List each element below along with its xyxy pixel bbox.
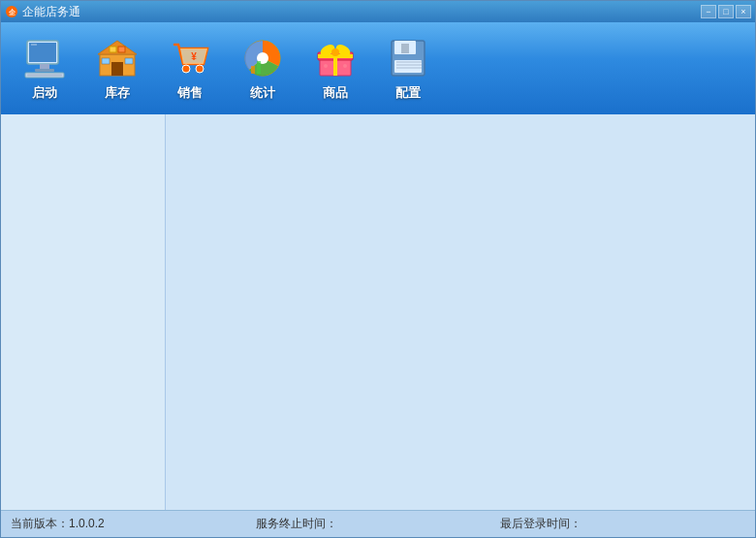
svg-rect-15	[118, 47, 125, 52]
warehouse-icon	[95, 36, 140, 80]
right-panel	[166, 114, 755, 510]
svg-rect-34	[401, 44, 409, 53]
svg-point-17	[196, 65, 204, 73]
config-label: 配置	[395, 84, 421, 102]
left-panel	[1, 114, 166, 510]
inventory-label: 库存	[105, 84, 130, 102]
toolbar-start-button[interactable]: 启动	[11, 30, 79, 108]
chart-icon	[240, 36, 285, 80]
svg-marker-10	[98, 41, 137, 54]
svg-rect-13	[125, 58, 133, 64]
computer-icon	[22, 36, 67, 80]
toolbar-inventory-button[interactable]: 库存	[83, 30, 151, 108]
sales-label: 销售	[177, 84, 203, 102]
close-button[interactable]: ×	[736, 5, 751, 18]
status-bar: 当前版本：1.0.0.2 服务终止时间： 最后登录时间：	[1, 510, 755, 537]
toolbar-config-button[interactable]: 配置	[374, 30, 442, 108]
version-status: 当前版本：1.0.0.2	[11, 516, 256, 532]
title-bar-left: 企 企能店务通	[5, 4, 80, 20]
toolbar: 启动 库存	[1, 22, 755, 114]
svg-rect-12	[102, 58, 110, 64]
main-content	[1, 114, 755, 510]
svg-rect-8	[27, 74, 62, 76]
svg-text:¥: ¥	[191, 51, 197, 62]
cart-icon: ¥	[168, 36, 212, 80]
gift-icon	[313, 36, 358, 80]
start-label: 启动	[32, 84, 57, 102]
maximize-button[interactable]: □	[718, 5, 734, 18]
svg-point-29	[331, 48, 339, 56]
svg-text:企: 企	[8, 9, 16, 16]
svg-point-30	[324, 64, 328, 68]
disk-icon	[386, 36, 430, 80]
title-bar: 企 企能店务通 − □ ×	[1, 1, 755, 22]
app-title: 企能店务通	[22, 4, 80, 20]
svg-point-31	[343, 64, 347, 68]
svg-rect-21	[251, 66, 255, 74]
svg-rect-22	[257, 61, 261, 74]
expire-status: 服务终止时间：	[256, 516, 501, 532]
window-controls: − □ ×	[701, 5, 751, 18]
svg-rect-11	[111, 62, 123, 76]
svg-point-16	[182, 65, 190, 73]
toolbar-goods-button[interactable]: 商品	[301, 30, 369, 108]
svg-rect-4	[40, 64, 49, 69]
login-status: 最后登录时间：	[500, 516, 745, 532]
main-window: 企 企能店务通 − □ ×	[0, 0, 756, 538]
svg-rect-5	[35, 69, 54, 72]
svg-rect-14	[110, 47, 116, 52]
goods-label: 商品	[323, 84, 348, 102]
app-icon: 企	[5, 5, 18, 18]
stats-label: 统计	[250, 84, 275, 102]
minimize-button[interactable]: −	[701, 5, 716, 18]
toolbar-stats-button[interactable]: 统计	[229, 30, 297, 108]
toolbar-sales-button[interactable]: ¥ 销售	[156, 30, 224, 108]
svg-rect-3	[29, 43, 56, 62]
